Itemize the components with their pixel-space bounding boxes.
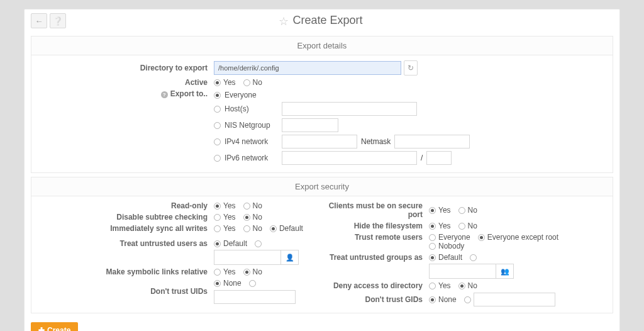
export-everyone-radio[interactable] <box>214 92 221 99</box>
sync-default-radio[interactable] <box>270 225 277 232</box>
trust-everyone-radio[interactable] <box>429 234 436 241</box>
export-ipv4-radio[interactable] <box>214 138 221 145</box>
security-left-col: Read-only Yes No Disable subtree checkin… <box>38 200 316 308</box>
hidefs-no-radio[interactable] <box>458 223 465 230</box>
section-export-details: Export details Directory to export ↻ Act… <box>31 36 613 173</box>
users-default-radio[interactable] <box>214 240 221 247</box>
gids-other-radio[interactable] <box>464 296 471 303</box>
deny-yes-radio[interactable] <box>429 283 436 289</box>
nis-input[interactable] <box>282 118 338 132</box>
label-subtree: Disable subtree checking <box>38 213 214 222</box>
label-directory: Directory to export <box>38 64 214 72</box>
directory-input[interactable] <box>214 61 401 75</box>
netmask-input[interactable] <box>394 135 470 149</box>
help-icon[interactable]: ? <box>161 91 168 98</box>
gids-none-radio[interactable] <box>429 296 436 303</box>
security-right-col: Clients must be on secure port Yes No Hi… <box>328 200 606 308</box>
help-icon: ❔ <box>53 16 63 26</box>
page-title: ☆Create Export <box>66 14 575 28</box>
label-export-to: ?Export to.. <box>38 89 214 98</box>
hidefs-yes-radio[interactable] <box>429 223 436 230</box>
label-hidefs: Hide the filesystem <box>328 222 429 230</box>
export-nis-radio[interactable] <box>214 122 221 129</box>
label-uids: Don't trust UIDs <box>38 287 214 296</box>
label-treat-users: Treat untrusted users as <box>38 239 214 248</box>
folder-icon: ↻ <box>408 64 414 72</box>
active-no-radio[interactable] <box>243 79 250 86</box>
arrow-left-icon: ← <box>35 16 43 26</box>
sync-yes-radio[interactable] <box>214 225 221 232</box>
create-button[interactable]: ✚Create <box>31 322 78 331</box>
browse-button[interactable]: ↻ <box>404 60 418 76</box>
topbar: ← ❔ ☆Create Export <box>25 9 619 32</box>
label-gids: Don't trust GIDs <box>328 295 429 304</box>
readonly-no-radio[interactable] <box>243 203 250 210</box>
help-button[interactable]: ❔ <box>50 13 66 28</box>
trust-except-root-radio[interactable] <box>478 234 485 241</box>
uids-input[interactable] <box>214 290 296 304</box>
label-treat-groups: Treat untrusted groups as <box>328 253 429 262</box>
readonly-yes-radio[interactable] <box>214 203 221 210</box>
section-export-security: Export security Read-only Yes No Disable… <box>31 177 613 313</box>
label-active: Active <box>38 78 214 87</box>
uids-none-radio[interactable] <box>214 280 221 287</box>
gids-input[interactable] <box>474 293 555 306</box>
label-deny: Deny access to directory <box>328 281 429 290</box>
groups-default-radio[interactable] <box>429 254 436 261</box>
hosts-input[interactable] <box>282 102 417 116</box>
subtree-no-radio[interactable] <box>243 214 250 221</box>
export-ipv6-radio[interactable] <box>214 155 221 162</box>
label-readonly: Read-only <box>38 201 214 210</box>
section-heading-security: Export security <box>31 177 613 196</box>
sync-no-radio[interactable] <box>243 225 250 232</box>
label-symlinks: Make symbolic links relative <box>38 267 214 276</box>
users-icon: 👥 <box>501 267 509 276</box>
subtree-yes-radio[interactable] <box>214 214 221 221</box>
label-secureport: Clients must be on secure port <box>328 201 429 219</box>
secure-no-radio[interactable] <box>458 207 465 214</box>
uids-other-radio[interactable] <box>249 280 256 287</box>
label-sync: Immediately sync all writes <box>38 224 214 233</box>
user-picker[interactable]: 👤 <box>214 250 299 265</box>
users-other-radio[interactable] <box>255 240 262 247</box>
symlinks-yes-radio[interactable] <box>214 269 221 276</box>
ipv6-input[interactable] <box>282 151 417 165</box>
plus-icon: ✚ <box>38 326 45 331</box>
ipv6-prefix-input[interactable] <box>426 151 452 165</box>
export-hosts-radio[interactable] <box>214 106 221 113</box>
groups-other-radio[interactable] <box>470 254 477 261</box>
section-heading-details: Export details <box>31 36 613 55</box>
secure-yes-radio[interactable] <box>429 207 436 214</box>
user-icon: 👤 <box>286 254 294 262</box>
ipv4-input[interactable] <box>282 135 357 149</box>
back-button[interactable]: ← <box>31 13 47 28</box>
deny-no-radio[interactable] <box>458 283 465 289</box>
star-icon[interactable]: ☆ <box>279 15 289 28</box>
group-picker[interactable]: 👥 <box>429 264 514 279</box>
symlinks-no-radio[interactable] <box>243 269 250 276</box>
trust-nobody-radio[interactable] <box>429 243 436 250</box>
active-yes-radio[interactable] <box>214 79 221 86</box>
main-panel: ← ❔ ☆Create Export Export details Direct… <box>24 9 620 331</box>
label-trustremote: Trust remote users <box>328 233 429 242</box>
